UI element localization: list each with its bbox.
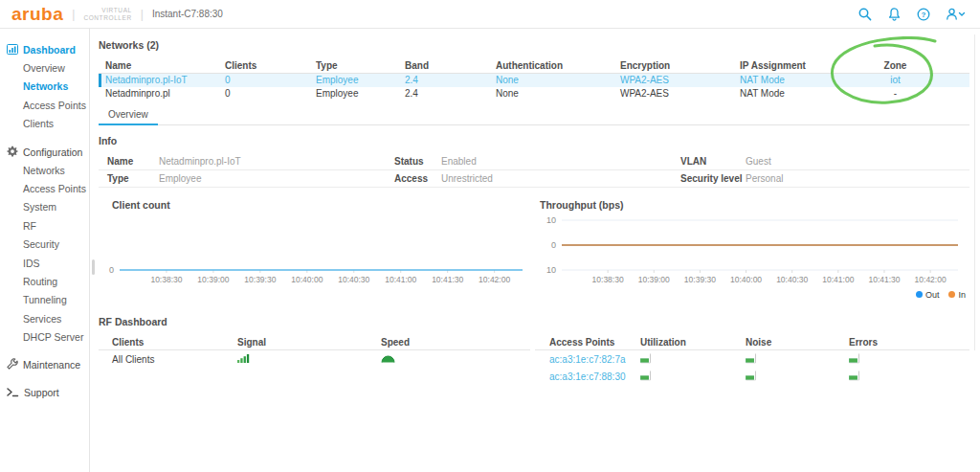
rf-dashboard-section: RF Dashboard Clients Signal Speed All Cl… <box>99 316 969 385</box>
svg-text:10:38:30: 10:38:30 <box>592 275 624 284</box>
cell-encryption: WPA2-AES <box>620 88 740 99</box>
info-row: Name Netadminpro.pl-IoT Status Enabled V… <box>99 153 969 170</box>
sidebar-item-access-points[interactable]: Access Points <box>0 97 89 115</box>
sidebar-section-maintenance[interactable]: Maintenance <box>0 355 89 374</box>
terminal-icon <box>7 387 19 399</box>
access-point-link[interactable]: ac:a3:1e:c7:82:7a <box>535 354 640 365</box>
device-name: Instant-C7:88:30 <box>152 9 223 19</box>
info-row: Type Employee Access Unrestricted Securi… <box>99 170 969 188</box>
dashboard-icon <box>7 44 18 56</box>
sidebar-scrollbar-thumb[interactable] <box>92 259 95 275</box>
cell-ip-assignment: NAT Mode <box>740 88 840 99</box>
rf-access-points-table: Access Points Utilization Noise Errors a… <box>535 334 969 385</box>
sidebar-item-networks[interactable]: Networks <box>0 78 89 96</box>
column-header-access-points: Access Points <box>535 337 640 348</box>
sidebar-item-config-rf[interactable]: RF <box>0 217 89 236</box>
cell-type: Employee <box>316 88 405 99</box>
cell-name: Netadminpro.pl-IoT <box>99 75 225 85</box>
product-line1: VIRTUAL <box>101 7 132 13</box>
svg-text:10:39:00: 10:39:00 <box>638 275 670 284</box>
cell-ip-assignment: NAT Mode <box>740 75 840 85</box>
sidebar: Dashboard Overview Networks Access Point… <box>0 29 90 472</box>
cell-zone: - <box>840 88 950 99</box>
svg-text:?: ? <box>922 11 926 19</box>
signal-bars-icon <box>237 353 381 365</box>
network-row[interactable]: Netadminpro.pl 0 Employee 2.4 None WPA2-… <box>99 87 969 101</box>
info-value-type: Employee <box>159 173 394 184</box>
column-header-errors: Errors <box>849 337 969 348</box>
sidebar-section-dashboard[interactable]: Dashboard <box>0 40 89 59</box>
product-name: VIRTUAL CONTROLLER <box>83 7 131 21</box>
sidebar-item-config-security[interactable]: Security <box>0 236 89 254</box>
access-point-link[interactable]: ac:a3:1e:c7:88:30 <box>535 371 640 382</box>
help-icon[interactable]: ? <box>916 7 931 22</box>
svg-text:10:39:30: 10:39:30 <box>244 275 276 284</box>
cell-authentication: None <box>496 88 620 99</box>
svg-text:10:39:00: 10:39:00 <box>197 275 229 284</box>
svg-text:10:41:30: 10:41:30 <box>868 275 900 284</box>
column-header-zone: Zone <box>840 60 950 71</box>
legend-label-in: In <box>958 290 966 300</box>
svg-text:0: 0 <box>551 240 556 250</box>
rf-access-points-header: Access Points Utilization Noise Errors <box>535 334 969 350</box>
sidebar-item-config-system[interactable]: System <box>0 198 89 216</box>
info-value-name: Netadminpro.pl-IoT <box>159 156 394 167</box>
notifications-icon[interactable] <box>887 7 902 22</box>
sidebar-item-clients[interactable]: Clients <box>0 115 89 133</box>
rf-clients-row[interactable]: All Clients <box>99 350 530 368</box>
column-header-name: Name <box>99 60 225 71</box>
aruba-logo: aruba <box>11 5 63 23</box>
svg-text:10:41:00: 10:41:00 <box>822 275 854 284</box>
legend-item-in: In <box>948 290 966 300</box>
svg-text:10:42:00: 10:42:00 <box>479 275 510 284</box>
top-header: aruba | VIRTUAL CONTROLLER | Instant-C7:… <box>0 0 980 29</box>
sidebar-section-support[interactable]: Support <box>0 383 89 402</box>
column-header-clients: Clients <box>225 60 316 71</box>
sidebar-section-configuration[interactable]: Configuration <box>0 143 89 162</box>
svg-text:10:41:00: 10:41:00 <box>385 275 416 284</box>
user-menu-icon[interactable] <box>946 7 967 22</box>
sidebar-item-config-access-points[interactable]: Access Points <box>0 180 89 198</box>
throughput-plot: 1001010:38:3010:39:0010:39:3010:40:0010:… <box>535 213 969 289</box>
product-line2: CONTROLLER <box>83 14 131 21</box>
sidebar-item-config-tunneling[interactable]: Tunneling <box>0 291 89 309</box>
main-scrollbar-track[interactable] <box>974 34 975 350</box>
network-row-selected[interactable]: Netadminpro.pl-IoT 0 Employee 2.4 None W… <box>99 74 969 87</box>
info-value-status: Enabled <box>441 156 680 167</box>
info-label-vlan: VLAN <box>680 156 746 167</box>
column-header-type: Type <box>316 60 405 71</box>
sidebar-item-overview[interactable]: Overview <box>0 59 89 78</box>
mini-bar-icon <box>746 353 849 366</box>
cell-encryption: WPA2-AES <box>620 75 740 85</box>
rf-clients-table: Clients Signal Speed All Clients <box>99 334 530 385</box>
rf-access-point-row: ac:a3:1e:c7:88:30 <box>535 368 969 385</box>
svg-text:10:40:00: 10:40:00 <box>291 275 323 284</box>
svg-text:10:40:30: 10:40:30 <box>338 275 369 284</box>
info-section: Info Name Netadminpro.pl-IoT Status Enab… <box>99 135 969 188</box>
info-label-status: Status <box>394 156 441 167</box>
search-icon[interactable] <box>858 7 873 22</box>
cell-band: 2.4 <box>405 88 496 99</box>
column-header-band: Band <box>405 60 496 71</box>
main-content: Networks (2) Name Clients Type Band Auth… <box>90 29 980 472</box>
info-label-security-level: Security level <box>680 173 746 184</box>
svg-text:0: 0 <box>109 265 114 275</box>
mini-bar-icon <box>640 371 746 383</box>
info-title: Info <box>99 135 969 146</box>
svg-text:10: 10 <box>546 215 556 225</box>
sidebar-item-config-ids[interactable]: IDS <box>0 255 89 273</box>
header-divider: | <box>72 8 75 21</box>
wrench-icon <box>7 358 18 371</box>
column-header-encryption: Encryption <box>620 60 740 71</box>
sidebar-item-config-routing[interactable]: Routing <box>0 273 89 291</box>
header-divider: | <box>141 8 144 21</box>
sidebar-item-config-services[interactable]: Services <box>0 310 89 328</box>
rf-access-point-row: ac:a3:1e:c7:82:7a <box>535 350 969 368</box>
sidebar-item-config-networks[interactable]: Networks <box>0 162 89 180</box>
cell-name: Netadminpro.pl <box>99 88 225 99</box>
sidebar-section-label: Configuration <box>23 146 82 158</box>
tab-overview[interactable]: Overview <box>99 105 158 125</box>
column-header-ip-assignment: IP Assignment <box>740 60 840 71</box>
sidebar-item-config-dhcp-server[interactable]: DHCP Server <box>0 328 89 347</box>
column-header-clients: Clients <box>99 337 237 348</box>
